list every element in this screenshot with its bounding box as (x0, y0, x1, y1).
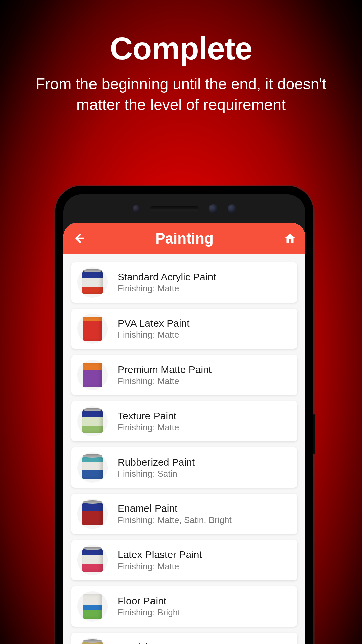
app-header: Painting (63, 223, 305, 254)
paint-can-icon (82, 271, 103, 294)
product-subtitle: Finishing: Matte, Satin, Bright (118, 515, 291, 525)
product-thumb (77, 591, 108, 622)
product-subtitle: Finishing: Bright (118, 607, 291, 618)
list-item[interactable]: VarnishFinishing: Bright (71, 633, 297, 644)
camera-front-2 (228, 204, 236, 213)
list-item[interactable]: Texture PaintFinishing: Matte (71, 401, 297, 441)
product-subtitle: Finishing: Matte (118, 330, 291, 340)
product-title: Premium Matte Paint (118, 364, 291, 375)
product-title: Floor Paint (118, 595, 291, 607)
home-icon[interactable] (284, 232, 296, 245)
list-item[interactable]: Standard Acrylic PaintFinishing: Matte (71, 262, 297, 303)
list-item[interactable]: Enamel PaintFinishing: Matte, Satin, Bri… (71, 494, 297, 534)
product-info: Standard Acrylic PaintFinishing: Matte (118, 271, 291, 294)
camera-front (209, 204, 218, 213)
product-title: Rubberized Paint (118, 457, 291, 468)
paint-can-icon (82, 456, 103, 479)
product-thumb (77, 499, 108, 529)
product-thumb (77, 638, 108, 644)
paint-can-icon (82, 410, 103, 433)
speaker-slot (150, 206, 199, 211)
product-title: Enamel Paint (118, 503, 291, 514)
paint-can-icon (83, 317, 102, 341)
paint-can-icon (82, 641, 103, 644)
product-thumb (77, 360, 108, 390)
product-title: Latex Plaster Paint (118, 549, 291, 560)
product-subtitle: Finishing: Matte (118, 376, 291, 386)
phone-frame: Painting Standard Acrylic PaintFinishing… (55, 186, 313, 644)
product-info: VarnishFinishing: Bright (118, 642, 291, 644)
product-thumb (77, 267, 108, 298)
product-thumb (77, 406, 108, 436)
list-item[interactable]: Floor PaintFinishing: Bright (71, 586, 297, 627)
product-thumb (77, 314, 108, 344)
product-title: Standard Acrylic Paint (118, 271, 291, 283)
sensor-dot (133, 205, 140, 212)
page-title: Painting (155, 230, 214, 247)
list-item[interactable]: Premium Matte PaintFinishing: Matte (71, 355, 297, 395)
paint-can-icon (82, 549, 103, 572)
promo-subtitle: From the beginning until the end, it doe… (0, 67, 362, 115)
list-item[interactable]: PVA Latex PaintFinishing: Matte (71, 309, 297, 349)
product-info: Floor PaintFinishing: Bright (118, 595, 291, 618)
list-item[interactable]: Rubberized PaintFinishing: Satin (71, 447, 297, 488)
product-info: Latex Plaster PaintFinishing: Matte (118, 549, 291, 572)
product-subtitle: Finishing: Matte (118, 561, 291, 572)
product-info: Texture PaintFinishing: Matte (118, 410, 291, 433)
app-screen: Painting Standard Acrylic PaintFinishing… (63, 223, 305, 644)
product-title: PVA Latex Paint (118, 318, 291, 329)
paint-can-icon (83, 363, 102, 387)
product-title: Varnish (118, 642, 291, 644)
product-info: Enamel PaintFinishing: Matte, Satin, Bri… (118, 503, 291, 525)
promo-heading: Complete (0, 0, 362, 67)
product-thumb (77, 452, 108, 483)
product-title: Texture Paint (118, 410, 291, 422)
product-info: Premium Matte PaintFinishing: Matte (118, 364, 291, 386)
product-subtitle: Finishing: Satin (118, 469, 291, 479)
phone-inner: Painting Standard Acrylic PaintFinishing… (63, 194, 305, 644)
product-subtitle: Finishing: Matte (118, 422, 291, 433)
product-subtitle: Finishing: Matte (118, 283, 291, 294)
content-list: Standard Acrylic PaintFinishing: MattePV… (63, 254, 305, 644)
product-info: PVA Latex PaintFinishing: Matte (118, 318, 291, 340)
phone-side-button (313, 414, 315, 454)
paint-can-icon (82, 502, 103, 525)
phone-notch (63, 194, 305, 223)
product-info: Rubberized PaintFinishing: Satin (118, 457, 291, 479)
back-icon[interactable] (73, 232, 89, 245)
product-thumb (77, 545, 108, 575)
list-item[interactable]: Latex Plaster PaintFinishing: Matte (71, 540, 297, 580)
paint-can-icon (83, 594, 102, 619)
